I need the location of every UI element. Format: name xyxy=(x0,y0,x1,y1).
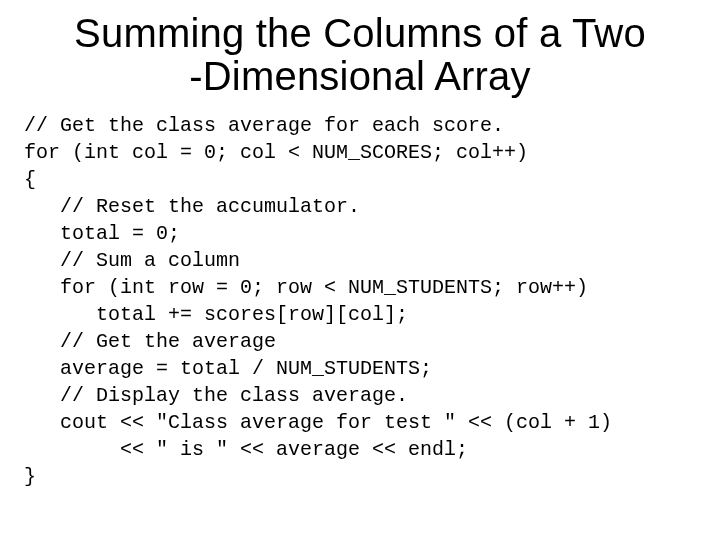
code-line: // Display the class average. xyxy=(24,384,408,407)
code-line: // Reset the accumulator. xyxy=(24,195,360,218)
code-line: } xyxy=(24,465,36,488)
code-line: cout << "Class average for test " << (co… xyxy=(24,411,612,434)
code-line: for (int row = 0; row < NUM_STUDENTS; ro… xyxy=(24,276,588,299)
code-line: total += scores[row][col]; xyxy=(24,303,408,326)
title-line-2: -Dimensional Array xyxy=(189,54,531,98)
code-line: // Get the class average for each score. xyxy=(24,114,504,137)
code-block: // Get the class average for each score.… xyxy=(24,112,696,490)
code-line: // Sum a column xyxy=(24,249,240,272)
code-line: << " is " << average << endl; xyxy=(24,438,468,461)
code-line: // Get the average xyxy=(24,330,276,353)
code-line: for (int col = 0; col < NUM_SCORES; col+… xyxy=(24,141,528,164)
code-line: average = total / NUM_STUDENTS; xyxy=(24,357,432,380)
slide-title: Summing the Columns of a Two -Dimensiona… xyxy=(24,12,696,98)
code-line: { xyxy=(24,168,36,191)
code-line: total = 0; xyxy=(24,222,180,245)
title-line-1: Summing the Columns of a Two xyxy=(74,11,646,55)
slide: Summing the Columns of a Two -Dimensiona… xyxy=(0,0,720,540)
